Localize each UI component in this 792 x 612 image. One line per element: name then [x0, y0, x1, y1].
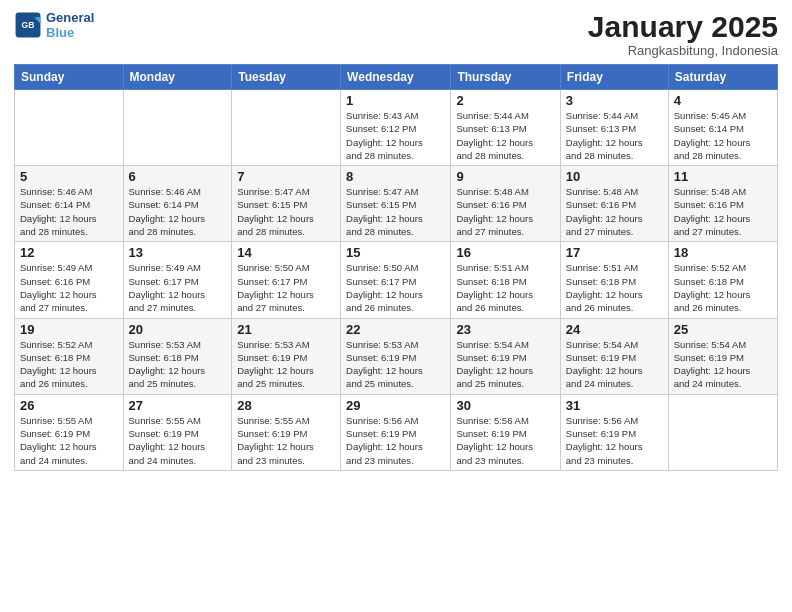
day-info: Sunrise: 5:55 AM Sunset: 6:19 PM Dayligh… — [20, 414, 118, 467]
calendar-cell: 21Sunrise: 5:53 AM Sunset: 6:19 PM Dayli… — [232, 318, 341, 394]
calendar-cell: 12Sunrise: 5:49 AM Sunset: 6:16 PM Dayli… — [15, 242, 124, 318]
calendar-cell: 30Sunrise: 5:56 AM Sunset: 6:19 PM Dayli… — [451, 394, 560, 470]
calendar-cell: 4Sunrise: 5:45 AM Sunset: 6:14 PM Daylig… — [668, 90, 777, 166]
day-number: 7 — [237, 169, 335, 184]
calendar-cell: 14Sunrise: 5:50 AM Sunset: 6:17 PM Dayli… — [232, 242, 341, 318]
day-info: Sunrise: 5:56 AM Sunset: 6:19 PM Dayligh… — [566, 414, 663, 467]
calendar-cell: 29Sunrise: 5:56 AM Sunset: 6:19 PM Dayli… — [341, 394, 451, 470]
day-number: 13 — [129, 245, 227, 260]
week-row-1: 5Sunrise: 5:46 AM Sunset: 6:14 PM Daylig… — [15, 166, 778, 242]
weekday-header-sunday: Sunday — [15, 65, 124, 90]
calendar-container: GB General Blue January 2025 Rangkasbitu… — [0, 0, 792, 612]
day-number: 14 — [237, 245, 335, 260]
day-info: Sunrise: 5:55 AM Sunset: 6:19 PM Dayligh… — [237, 414, 335, 467]
day-info: Sunrise: 5:53 AM Sunset: 6:19 PM Dayligh… — [346, 338, 445, 391]
day-number: 2 — [456, 93, 554, 108]
day-info: Sunrise: 5:44 AM Sunset: 6:13 PM Dayligh… — [456, 109, 554, 162]
calendar-cell: 3Sunrise: 5:44 AM Sunset: 6:13 PM Daylig… — [560, 90, 668, 166]
day-number: 4 — [674, 93, 772, 108]
weekday-header-row: SundayMondayTuesdayWednesdayThursdayFrid… — [15, 65, 778, 90]
calendar-cell: 28Sunrise: 5:55 AM Sunset: 6:19 PM Dayli… — [232, 394, 341, 470]
calendar-cell: 22Sunrise: 5:53 AM Sunset: 6:19 PM Dayli… — [341, 318, 451, 394]
day-info: Sunrise: 5:50 AM Sunset: 6:17 PM Dayligh… — [237, 261, 335, 314]
calendar-cell: 15Sunrise: 5:50 AM Sunset: 6:17 PM Dayli… — [341, 242, 451, 318]
day-info: Sunrise: 5:45 AM Sunset: 6:14 PM Dayligh… — [674, 109, 772, 162]
calendar-cell: 17Sunrise: 5:51 AM Sunset: 6:18 PM Dayli… — [560, 242, 668, 318]
logo: GB General Blue — [14, 10, 94, 40]
day-number: 17 — [566, 245, 663, 260]
day-number: 18 — [674, 245, 772, 260]
day-number: 9 — [456, 169, 554, 184]
calendar-cell: 5Sunrise: 5:46 AM Sunset: 6:14 PM Daylig… — [15, 166, 124, 242]
svg-text:GB: GB — [22, 20, 35, 30]
day-number: 15 — [346, 245, 445, 260]
calendar-cell: 16Sunrise: 5:51 AM Sunset: 6:18 PM Dayli… — [451, 242, 560, 318]
week-row-2: 12Sunrise: 5:49 AM Sunset: 6:16 PM Dayli… — [15, 242, 778, 318]
weekday-header-friday: Friday — [560, 65, 668, 90]
day-info: Sunrise: 5:56 AM Sunset: 6:19 PM Dayligh… — [346, 414, 445, 467]
day-info: Sunrise: 5:50 AM Sunset: 6:17 PM Dayligh… — [346, 261, 445, 314]
header: GB General Blue January 2025 Rangkasbitu… — [14, 10, 778, 58]
calendar-cell: 6Sunrise: 5:46 AM Sunset: 6:14 PM Daylig… — [123, 166, 232, 242]
day-info: Sunrise: 5:54 AM Sunset: 6:19 PM Dayligh… — [566, 338, 663, 391]
day-info: Sunrise: 5:53 AM Sunset: 6:19 PM Dayligh… — [237, 338, 335, 391]
week-row-4: 26Sunrise: 5:55 AM Sunset: 6:19 PM Dayli… — [15, 394, 778, 470]
day-number: 5 — [20, 169, 118, 184]
calendar-cell — [123, 90, 232, 166]
calendar-cell: 7Sunrise: 5:47 AM Sunset: 6:15 PM Daylig… — [232, 166, 341, 242]
day-number: 30 — [456, 398, 554, 413]
day-number: 12 — [20, 245, 118, 260]
calendar-cell: 2Sunrise: 5:44 AM Sunset: 6:13 PM Daylig… — [451, 90, 560, 166]
day-info: Sunrise: 5:47 AM Sunset: 6:15 PM Dayligh… — [237, 185, 335, 238]
weekday-header-thursday: Thursday — [451, 65, 560, 90]
calendar-table: SundayMondayTuesdayWednesdayThursdayFrid… — [14, 64, 778, 471]
day-info: Sunrise: 5:48 AM Sunset: 6:16 PM Dayligh… — [674, 185, 772, 238]
day-info: Sunrise: 5:53 AM Sunset: 6:18 PM Dayligh… — [129, 338, 227, 391]
day-info: Sunrise: 5:51 AM Sunset: 6:18 PM Dayligh… — [566, 261, 663, 314]
day-info: Sunrise: 5:54 AM Sunset: 6:19 PM Dayligh… — [674, 338, 772, 391]
calendar-cell: 27Sunrise: 5:55 AM Sunset: 6:19 PM Dayli… — [123, 394, 232, 470]
day-info: Sunrise: 5:44 AM Sunset: 6:13 PM Dayligh… — [566, 109, 663, 162]
day-number: 6 — [129, 169, 227, 184]
calendar-cell: 18Sunrise: 5:52 AM Sunset: 6:18 PM Dayli… — [668, 242, 777, 318]
calendar-cell: 20Sunrise: 5:53 AM Sunset: 6:18 PM Dayli… — [123, 318, 232, 394]
calendar-cell: 8Sunrise: 5:47 AM Sunset: 6:15 PM Daylig… — [341, 166, 451, 242]
calendar-cell: 1Sunrise: 5:43 AM Sunset: 6:12 PM Daylig… — [341, 90, 451, 166]
day-number: 11 — [674, 169, 772, 184]
day-number: 22 — [346, 322, 445, 337]
weekday-header-saturday: Saturday — [668, 65, 777, 90]
day-number: 8 — [346, 169, 445, 184]
day-info: Sunrise: 5:48 AM Sunset: 6:16 PM Dayligh… — [456, 185, 554, 238]
day-info: Sunrise: 5:56 AM Sunset: 6:19 PM Dayligh… — [456, 414, 554, 467]
month-title: January 2025 — [588, 10, 778, 43]
day-number: 21 — [237, 322, 335, 337]
day-info: Sunrise: 5:49 AM Sunset: 6:16 PM Dayligh… — [20, 261, 118, 314]
day-number: 26 — [20, 398, 118, 413]
day-number: 19 — [20, 322, 118, 337]
weekday-header-tuesday: Tuesday — [232, 65, 341, 90]
day-number: 24 — [566, 322, 663, 337]
week-row-0: 1Sunrise: 5:43 AM Sunset: 6:12 PM Daylig… — [15, 90, 778, 166]
day-number: 10 — [566, 169, 663, 184]
calendar-cell: 25Sunrise: 5:54 AM Sunset: 6:19 PM Dayli… — [668, 318, 777, 394]
week-row-3: 19Sunrise: 5:52 AM Sunset: 6:18 PM Dayli… — [15, 318, 778, 394]
day-info: Sunrise: 5:46 AM Sunset: 6:14 PM Dayligh… — [129, 185, 227, 238]
day-info: Sunrise: 5:54 AM Sunset: 6:19 PM Dayligh… — [456, 338, 554, 391]
title-area: January 2025 Rangkasbitung, Indonesia — [588, 10, 778, 58]
calendar-cell: 31Sunrise: 5:56 AM Sunset: 6:19 PM Dayli… — [560, 394, 668, 470]
location-subtitle: Rangkasbitung, Indonesia — [588, 43, 778, 58]
day-info: Sunrise: 5:55 AM Sunset: 6:19 PM Dayligh… — [129, 414, 227, 467]
calendar-cell — [232, 90, 341, 166]
calendar-cell — [15, 90, 124, 166]
day-number: 23 — [456, 322, 554, 337]
day-info: Sunrise: 5:46 AM Sunset: 6:14 PM Dayligh… — [20, 185, 118, 238]
logo-icon: GB — [14, 11, 42, 39]
day-number: 16 — [456, 245, 554, 260]
calendar-cell: 19Sunrise: 5:52 AM Sunset: 6:18 PM Dayli… — [15, 318, 124, 394]
day-number: 25 — [674, 322, 772, 337]
calendar-cell: 13Sunrise: 5:49 AM Sunset: 6:17 PM Dayli… — [123, 242, 232, 318]
day-info: Sunrise: 5:52 AM Sunset: 6:18 PM Dayligh… — [674, 261, 772, 314]
calendar-cell: 11Sunrise: 5:48 AM Sunset: 6:16 PM Dayli… — [668, 166, 777, 242]
day-number: 29 — [346, 398, 445, 413]
day-info: Sunrise: 5:51 AM Sunset: 6:18 PM Dayligh… — [456, 261, 554, 314]
